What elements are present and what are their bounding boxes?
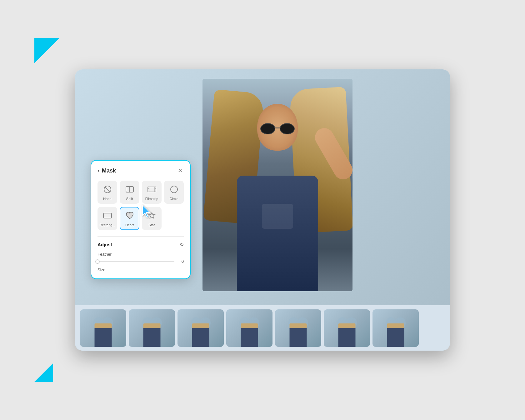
thumbnail-item[interactable] bbox=[129, 309, 175, 347]
heart-label: Heart bbox=[125, 223, 134, 227]
shape-item-heart[interactable]: Heart bbox=[120, 207, 139, 230]
editor-canvas: ‹ Mask ✕ None bbox=[75, 69, 450, 351]
feather-label: Feather bbox=[98, 252, 184, 257]
circle-icon bbox=[168, 184, 180, 195]
shape-grid-row2: Rectang... Heart bbox=[98, 207, 184, 230]
feather-thumb[interactable] bbox=[95, 259, 100, 264]
close-button[interactable]: ✕ bbox=[176, 167, 184, 174]
reset-button[interactable]: ↻ bbox=[180, 242, 184, 248]
corner-accent-tl bbox=[34, 38, 59, 63]
svg-rect-12 bbox=[103, 213, 112, 218]
shape-slot-empty bbox=[164, 207, 184, 230]
feather-value: 0 bbox=[178, 259, 184, 264]
feather-slider-row: 0 bbox=[98, 259, 184, 264]
divider bbox=[98, 236, 184, 237]
panel-title: Mask bbox=[102, 168, 116, 174]
adjust-header: Adjust ↻ bbox=[98, 242, 184, 248]
filmstrip-icon bbox=[146, 184, 158, 195]
adjust-title: Adjust bbox=[98, 242, 112, 247]
thumbnail-item[interactable] bbox=[372, 309, 419, 347]
svg-line-1 bbox=[105, 187, 110, 192]
feather-slider-group: Feather 0 bbox=[98, 252, 184, 264]
corner-accent-bl bbox=[34, 363, 53, 382]
svg-point-11 bbox=[171, 186, 178, 193]
thumbnail-item[interactable] bbox=[324, 309, 370, 347]
filmstrip-label: Filmstrip bbox=[145, 197, 158, 201]
split-label: Split bbox=[126, 197, 133, 201]
thumbnail-item[interactable] bbox=[226, 309, 272, 347]
mask-panel-header: ‹ Mask ✕ bbox=[98, 167, 184, 174]
rectangle-label: Rectang... bbox=[99, 223, 115, 227]
none-label: None bbox=[103, 197, 111, 201]
thumbnail-item[interactable] bbox=[80, 309, 126, 347]
shape-item-circle[interactable]: Circle bbox=[164, 181, 184, 204]
shape-item-none[interactable]: None bbox=[98, 181, 117, 204]
thumbnail-item[interactable] bbox=[178, 309, 224, 347]
star-label: Star bbox=[148, 223, 155, 227]
svg-rect-5 bbox=[148, 187, 149, 192]
circle-label: Circle bbox=[169, 197, 178, 201]
mask-panel-title-group: ‹ Mask bbox=[98, 168, 116, 174]
split-icon bbox=[124, 184, 135, 195]
feather-track[interactable] bbox=[98, 261, 174, 262]
heart-icon bbox=[124, 210, 135, 221]
shape-grid-row1: None Split bbox=[98, 181, 184, 204]
rectangle-icon bbox=[102, 210, 113, 221]
app-container: ‹ Mask ✕ None bbox=[44, 38, 481, 382]
thumbnail-bar bbox=[75, 305, 450, 351]
size-label: Size bbox=[98, 268, 184, 272]
star-icon bbox=[146, 210, 158, 221]
back-button[interactable]: ‹ bbox=[98, 168, 99, 174]
shape-item-star[interactable]: Star bbox=[142, 207, 162, 230]
none-icon bbox=[102, 184, 113, 195]
shape-item-split[interactable]: Split bbox=[120, 181, 139, 204]
svg-rect-6 bbox=[155, 187, 156, 192]
mask-panel: ‹ Mask ✕ None bbox=[91, 160, 191, 279]
shape-item-filmstrip[interactable]: Filmstrip bbox=[142, 181, 162, 204]
thumbnail-item[interactable] bbox=[275, 309, 321, 347]
shape-item-rectangle[interactable]: Rectang... bbox=[98, 207, 117, 230]
